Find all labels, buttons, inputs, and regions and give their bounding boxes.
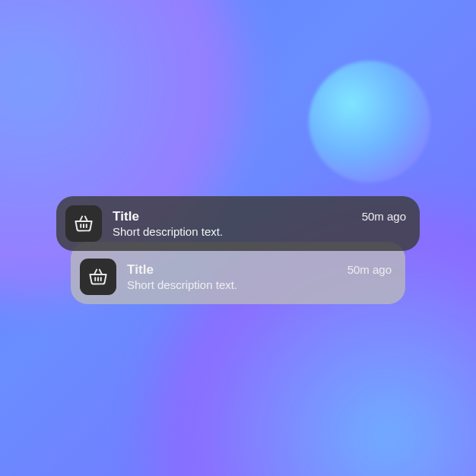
shopping-basket-icon (87, 265, 109, 288)
notification-time: 50m ago (347, 263, 392, 276)
notification-stack: Title 50m ago Short description text. Ti… (56, 196, 420, 304)
notification-card[interactable]: Title 50m ago Short description text. (56, 196, 420, 251)
notification-description: Short description text. (127, 278, 392, 291)
app-icon-badge (80, 259, 116, 295)
notification-time: 50m ago (362, 210, 406, 223)
notification-description: Short description text. (113, 225, 406, 238)
notification-title: Title (113, 209, 139, 224)
app-icon-badge (65, 205, 102, 242)
notification-body: Title 50m ago Short description text. (127, 262, 392, 291)
shopping-basket-icon (72, 212, 95, 235)
notification-body: Title 50m ago Short description text. (113, 209, 406, 238)
bg-orb (309, 61, 430, 182)
notification-card[interactable]: Title 50m ago Short description text. (71, 242, 405, 304)
notification-title: Title (127, 262, 154, 278)
